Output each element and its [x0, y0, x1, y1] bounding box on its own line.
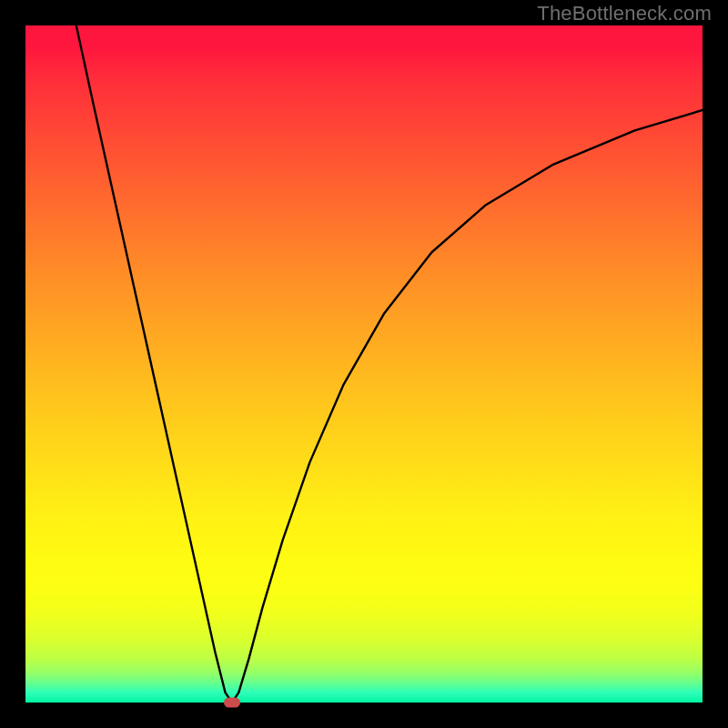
bottleneck-curve [76, 25, 703, 703]
chart-frame: TheBottleneck.com [0, 0, 728, 728]
watermark-text: TheBottleneck.com [537, 2, 712, 25]
curve-svg [25, 25, 703, 703]
plot-area [25, 25, 703, 703]
minimum-marker [224, 698, 240, 708]
